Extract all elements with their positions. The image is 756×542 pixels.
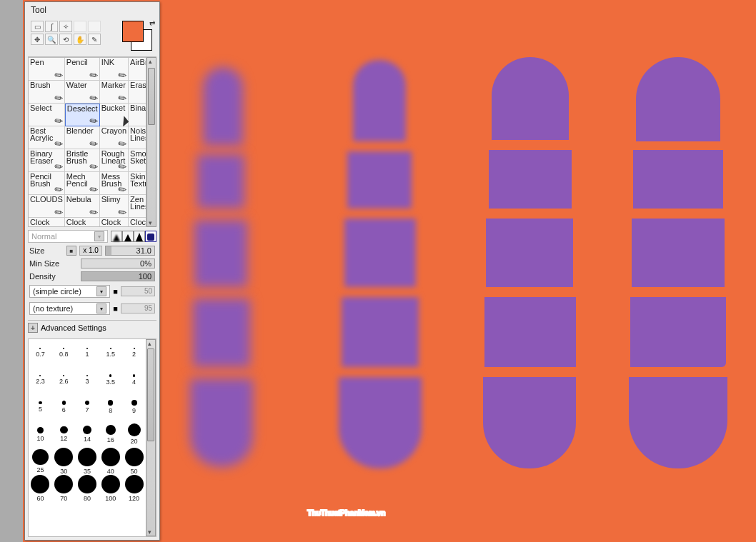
size-preset-14[interactable]: 14 xyxy=(76,421,99,448)
brush-deselect[interactable]: Deselect✎ xyxy=(65,104,100,126)
brush-blender[interactable]: Blender✎ xyxy=(65,126,100,149)
brush-zen-lines[interactable]: Zen Lines✎ xyxy=(129,195,146,218)
size-preset-40[interactable]: 40 xyxy=(99,448,122,475)
texture-intensity[interactable]: 95 xyxy=(121,303,155,313)
brush-ink[interactable]: INK✎ xyxy=(100,58,129,81)
brush-skin-texture[interactable]: Skin Texture✎ xyxy=(129,172,146,195)
tip-shape-soft[interactable] xyxy=(111,231,122,242)
size-preset-2[interactable]: 2 xyxy=(122,339,146,366)
lasso-tool[interactable]: ʃ xyxy=(45,21,58,32)
size-link-button[interactable]: ■ xyxy=(66,246,76,256)
size-preset-4[interactable]: 4 xyxy=(122,366,146,393)
size-preset-1.5[interactable]: 1.5 xyxy=(99,339,122,366)
brush-clock-sketch[interactable]: Clock Sketch✎ xyxy=(29,218,65,227)
size-preset-35[interactable]: 35 xyxy=(76,448,99,475)
size-preset-8[interactable]: 8 xyxy=(99,393,122,421)
brush-brush[interactable]: Brush✎ xyxy=(29,81,65,104)
brush-airbrush[interactable]: AirBrush✎ xyxy=(129,58,146,81)
size-preset-2.3[interactable]: 2.3 xyxy=(29,366,52,393)
color-picker-tool[interactable]: ✎ xyxy=(88,34,101,45)
brush-list-scrollbar[interactable] xyxy=(146,57,156,227)
size-preset-16[interactable]: 16 xyxy=(99,421,122,448)
zoom-tool[interactable]: 🔍 xyxy=(45,34,58,45)
brush-nebula[interactable]: Nebula✎ xyxy=(65,195,100,218)
brush-marker[interactable]: Marker✎ xyxy=(100,81,129,104)
size-preset-12[interactable]: 12 xyxy=(52,421,76,448)
size-dot-icon xyxy=(39,375,41,376)
brush-icon: ✎ xyxy=(53,69,64,80)
brush-noise-lines[interactable]: Noise Lines✎ xyxy=(129,126,146,149)
scrollbar-thumb[interactable] xyxy=(148,68,155,125)
size-preset-5[interactable]: 5 xyxy=(29,393,52,421)
size-factor[interactable]: x 1.0 xyxy=(79,246,102,256)
density-slider[interactable]: 100 xyxy=(81,271,155,281)
min-size-slider[interactable]: 0% xyxy=(81,259,155,269)
brush-crayon[interactable]: Crayon✎ xyxy=(100,126,129,149)
brush-water[interactable]: Water✎ xyxy=(65,81,100,104)
size-slider[interactable]: 31.0 xyxy=(105,246,155,256)
size-preset-10[interactable]: 10 xyxy=(29,421,52,448)
brush-pencil-brush[interactable]: Pencil Brush✎ xyxy=(29,172,65,195)
foreground-color-swatch[interactable] xyxy=(122,21,144,42)
advanced-settings-toggle[interactable]: + Advanced Settings xyxy=(28,320,156,333)
size-grid-scrollbar[interactable] xyxy=(146,339,156,536)
brush-label: Bucket xyxy=(101,104,126,111)
size-preset-3.5[interactable]: 3.5 xyxy=(99,366,122,393)
size-preset-1[interactable]: 1 xyxy=(76,339,99,366)
selection-rect-tool[interactable]: ▭ xyxy=(31,21,44,32)
size-preset-0.8[interactable]: 0.8 xyxy=(52,339,76,366)
size-preset-50[interactable]: 50 xyxy=(122,448,146,475)
brush-pen[interactable]: Pen✎ xyxy=(29,58,65,81)
size-preset-6[interactable]: 6 xyxy=(52,393,76,421)
swap-colors-icon[interactable]: ⇄ xyxy=(149,19,155,27)
size-preset-2.6[interactable]: 2.6 xyxy=(52,366,76,393)
size-preset-30[interactable]: 30 xyxy=(52,448,76,475)
brush-best-acrylic[interactable]: Best Acrylic✎ xyxy=(29,126,65,149)
size-preset-70[interactable]: 70 xyxy=(52,475,76,502)
size-preset-9[interactable]: 9 xyxy=(122,393,146,421)
brush-clock-broosh[interactable]: Clock Broosh✎ xyxy=(100,218,129,227)
brush-smooth-sketch[interactable]: Smooth Sketch✎ xyxy=(129,149,146,172)
size-preset-25[interactable]: 25 xyxy=(29,448,52,475)
brush-texture-select[interactable]: (no texture) ▾ xyxy=(29,302,110,315)
brush-binary-eraser[interactable]: Binary Eraser✎ xyxy=(29,149,65,172)
brush-eraser[interactable]: Eraser◈ xyxy=(129,81,146,104)
texture-aux-button[interactable]: ■ xyxy=(113,304,118,313)
size-preset-7[interactable]: 7 xyxy=(76,393,99,421)
brush-shape-select[interactable]: (simple circle) ▾ xyxy=(29,285,110,298)
size-preset-0.7[interactable]: 0.7 xyxy=(29,339,52,366)
size-number: 70 xyxy=(60,495,67,502)
tip-shape-flat[interactable] xyxy=(145,231,156,242)
tip-shape-medium[interactable] xyxy=(122,231,134,242)
size-dot-icon xyxy=(83,426,92,435)
size-preset-80[interactable]: 80 xyxy=(76,475,99,502)
hand-tool[interactable]: ✋ xyxy=(74,34,86,45)
tip-shape-hard[interactable] xyxy=(134,231,145,242)
brush-clouds[interactable]: CLOUDS✎ xyxy=(29,195,65,218)
magic-wand-tool[interactable]: ✧ xyxy=(59,21,72,32)
brush-slimy[interactable]: Slimy✎ xyxy=(100,195,129,218)
size-preset-20[interactable]: 20 xyxy=(122,421,146,448)
brush-rough-lineart[interactable]: Rough Lineart✎ xyxy=(100,149,129,172)
brush-bristle-brush[interactable]: Bristle Brush✎ xyxy=(65,149,100,172)
size-preset-100[interactable]: 100 xyxy=(99,475,122,502)
scrollbar-thumb[interactable] xyxy=(147,348,154,441)
brush-bucket[interactable]: Bucket◢ xyxy=(100,104,129,126)
brush-clock-flats[interactable]: Clock Flats✎ xyxy=(129,218,146,227)
brush-binary[interactable]: Binary✎ xyxy=(129,104,146,126)
brush-icon: ✎ xyxy=(88,206,99,217)
size-preset-120[interactable]: 120 xyxy=(122,475,146,502)
size-preset-60[interactable]: 60 xyxy=(29,475,52,502)
shape-aux-button[interactable]: ■ xyxy=(113,287,118,296)
brush-select[interactable]: Select✎ xyxy=(29,104,65,126)
shape-intensity[interactable]: 50 xyxy=(121,286,155,296)
brush-mech-pencil[interactable]: Mech Pencil✎ xyxy=(65,172,100,195)
rotate-tool[interactable]: ⟲ xyxy=(59,34,72,45)
brush-clock-coffee[interactable]: Clock Coffee✎ xyxy=(65,218,100,227)
brush-mess-brush[interactable]: Mess Brush✎ xyxy=(100,172,129,195)
move-tool[interactable]: ✥ xyxy=(31,34,44,45)
size-preset-3[interactable]: 3 xyxy=(76,366,99,393)
brush-pencil[interactable]: Pencil✎ xyxy=(65,58,100,81)
blend-mode-select[interactable]: Normal ▾ xyxy=(28,230,108,243)
color-swatch[interactable]: ⇄ xyxy=(122,21,154,52)
